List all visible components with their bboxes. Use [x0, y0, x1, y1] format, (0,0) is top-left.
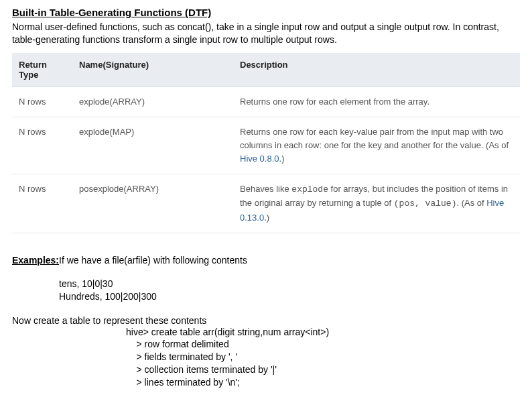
cell-desc: Returns one row for each element from th… [233, 87, 520, 117]
hive-version-link[interactable]: Hive 0.8.0. [240, 154, 281, 164]
desc-text: Returns one row for each key-value pair … [240, 127, 509, 150]
examples-label: Examples: [12, 255, 59, 266]
th-return-type: Return Type [12, 53, 72, 87]
code-line: hive> create table arr(digit string,num … [126, 326, 520, 339]
cell-return: N rows [12, 174, 72, 233]
cell-name: explode(ARRAY) [72, 87, 233, 117]
desc-text: Behaves like [240, 184, 291, 194]
intro-paragraph: Normal user-defined functions, such as c… [12, 21, 520, 46]
file-line: tens, 10|0|30 [59, 278, 520, 290]
table-header-row: Return Type Name(Signature) Description [12, 53, 520, 87]
code-line: > row format delimited [126, 338, 520, 351]
table-row: N rows posexplode(ARRAY) Behaves like ex… [12, 174, 520, 233]
table-row: N rows explode(MAP) Returns one row for … [12, 117, 520, 174]
section-heading: Built-in Table-Generating Functions (DTF… [12, 7, 520, 18]
examples-intro: If we have a file(arfile) with following… [59, 255, 247, 266]
code-line: > collection items terminated by '|' [126, 363, 520, 376]
th-name: Name(Signature) [72, 53, 233, 87]
cell-desc: Behaves like explode for arrays, but inc… [233, 174, 520, 233]
code-line: > lines terminated by '\n'; [126, 376, 520, 389]
th-description: Description [233, 53, 520, 87]
cell-name: explode(MAP) [72, 117, 233, 174]
document-body: Built-in Table-Generating Functions (DTF… [0, 0, 532, 399]
file-line: Hundreds, 100|200|300 [59, 290, 520, 303]
desc-text: . (As of [456, 198, 486, 208]
hive-code-block: hive> create table arr(digit string,num … [126, 326, 520, 389]
examples-section: Examples:If we have a file(arfile) with … [12, 255, 520, 266]
code-line: > fields terminated by ', ' [126, 351, 520, 363]
cell-desc: Returns one row for each key-value pair … [233, 117, 520, 174]
table-row: N rows explode(ARRAY) Returns one row fo… [12, 87, 520, 117]
th-return-l1: Return [19, 60, 47, 70]
cell-return: N rows [12, 117, 72, 174]
cell-return: N rows [12, 87, 72, 117]
create-table-label: Now create a table to represent these co… [12, 315, 520, 326]
file-contents: tens, 10|0|30 Hundreds, 100|200|300 [59, 278, 520, 303]
desc-text: ) [281, 154, 284, 164]
desc-text: .) [264, 213, 269, 223]
code-inline: explode [291, 184, 328, 194]
functions-table: Return Type Name(Signature) Description … [12, 53, 520, 233]
code-inline: (pos, value) [394, 198, 457, 209]
th-return-l2: Type [19, 70, 38, 80]
cell-name: posexplode(ARRAY) [72, 174, 233, 233]
